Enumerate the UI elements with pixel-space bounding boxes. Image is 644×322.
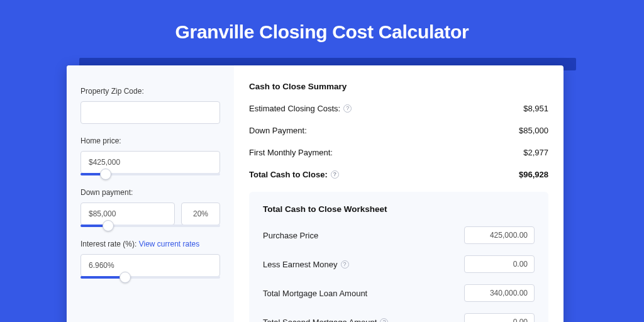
- down-payment-input[interactable]: [80, 203, 175, 225]
- page-title: Granville Closing Cost Calculator: [0, 0, 644, 43]
- summary-value: $85,000: [519, 126, 548, 135]
- worksheet-row-purchase-price: Purchase Price: [263, 226, 535, 244]
- calculator-card: Property Zip Code: Home price: Down paym…: [67, 65, 564, 322]
- results-panel: Cash to Close Summary Estimated Closing …: [234, 65, 564, 322]
- down-payment-slider[interactable]: [80, 225, 220, 227]
- summary-label: Estimated Closing Costs:: [249, 104, 340, 113]
- worksheet-label: Less Earnest Money: [263, 260, 338, 269]
- worksheet-label: Total Mortgage Loan Amount: [263, 289, 367, 298]
- down-payment-label: Down payment:: [80, 188, 220, 197]
- summary-label: Down Payment:: [249, 126, 307, 135]
- summary-row-first-payment: First Monthly Payment: $2,977: [249, 148, 548, 157]
- help-icon[interactable]: ?: [343, 104, 352, 113]
- summary-total-value: $96,928: [519, 170, 548, 179]
- help-icon[interactable]: ?: [341, 260, 349, 269]
- worksheet-row-loan-amount: Total Mortgage Loan Amount: [263, 284, 535, 302]
- interest-slider-fill: [80, 276, 125, 279]
- worksheet-input-loan-amount[interactable]: [464, 284, 535, 302]
- worksheet-title: Total Cash to Close Worksheet: [263, 204, 535, 214]
- summary-value: $8,951: [523, 104, 548, 113]
- summary-title: Cash to Close Summary: [249, 82, 548, 91]
- home-price-slider-thumb[interactable]: [100, 169, 111, 180]
- interest-slider-thumb[interactable]: [119, 272, 131, 283]
- interest-label-text: Interest rate (%):: [80, 240, 139, 248]
- interest-field: Interest rate (%): View current rates: [80, 240, 220, 279]
- interest-slider[interactable]: [80, 276, 220, 279]
- help-icon[interactable]: ?: [331, 170, 339, 179]
- summary-row-closing-costs: Estimated Closing Costs: ? $8,951: [249, 104, 548, 113]
- interest-label: Interest rate (%): View current rates: [80, 240, 220, 248]
- home-price-slider[interactable]: [80, 173, 220, 175]
- worksheet-input-earnest-money[interactable]: [464, 255, 535, 273]
- worksheet-input-purchase-price[interactable]: [464, 226, 535, 244]
- worksheet-panel: Total Cash to Close Worksheet Purchase P…: [249, 192, 548, 322]
- home-price-label: Home price:: [80, 136, 220, 145]
- summary-row-total: Total Cash to Close: ? $96,928: [249, 170, 548, 179]
- summary-row-down-payment: Down Payment: $85,000: [249, 126, 548, 135]
- zip-input[interactable]: [80, 101, 220, 124]
- worksheet-row-earnest-money: Less Earnest Money ?: [263, 255, 535, 273]
- worksheet-input-second-mortgage[interactable]: [464, 313, 535, 322]
- inputs-panel: Property Zip Code: Home price: Down paym…: [67, 65, 234, 322]
- down-payment-slider-thumb[interactable]: [103, 220, 114, 231]
- worksheet-row-second-mortgage: Total Second Mortgage Amount ?: [263, 313, 535, 322]
- worksheet-label: Purchase Price: [263, 231, 318, 240]
- summary-label: First Monthly Payment:: [249, 148, 333, 157]
- zip-field: Property Zip Code:: [80, 87, 220, 124]
- help-icon[interactable]: ?: [380, 318, 388, 323]
- down-payment-field: Down payment:: [80, 188, 220, 227]
- interest-input[interactable]: [80, 254, 220, 277]
- summary-total-label: Total Cash to Close:: [249, 170, 328, 179]
- summary-value: $2,977: [523, 148, 548, 157]
- down-payment-pct-input[interactable]: [181, 203, 220, 225]
- zip-label: Property Zip Code:: [80, 87, 220, 96]
- home-price-field: Home price:: [80, 136, 220, 175]
- worksheet-label: Total Second Mortgage Amount: [263, 318, 377, 323]
- view-rates-link[interactable]: View current rates: [139, 240, 200, 248]
